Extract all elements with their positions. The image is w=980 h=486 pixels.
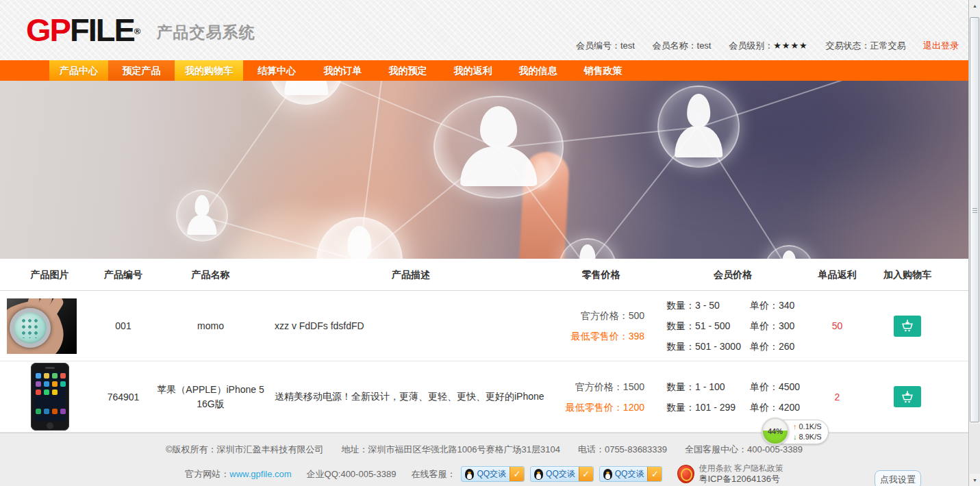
network-node-central <box>434 96 564 199</box>
add-to-cart-button[interactable] <box>894 316 921 337</box>
product-code: 001 <box>99 320 147 331</box>
registered-mark-icon: ® <box>134 26 141 36</box>
price-tier: 数量：3 - 50单价：340 <box>654 295 812 316</box>
nav-tab-settlement-center[interactable]: 结算中心 <box>243 60 310 81</box>
tier-qty: 数量：101 - 299 <box>666 397 750 418</box>
qq-chat-button[interactable]: QQ交谈✓ <box>461 466 525 482</box>
settings-button[interactable]: 点我设置 <box>875 470 921 486</box>
person-icon <box>270 81 342 103</box>
qq-penguin-icon <box>534 469 543 480</box>
hero-banner <box>0 81 968 259</box>
price-tier: 数量：101 - 299单价：4200 <box>654 397 812 418</box>
cart-icon <box>900 318 915 333</box>
nav-tab-reserve-products[interactable]: 预定产品 <box>108 60 175 81</box>
network-node <box>559 238 616 259</box>
network-node <box>316 217 403 259</box>
check-icon: ✓ <box>647 467 662 481</box>
product-name: 苹果（APPLE）iPhone 5 16G版 <box>147 383 274 411</box>
person-icon <box>177 191 227 240</box>
tier-price: 单价：340 <box>750 295 794 316</box>
member-name: 会员名称：test <box>653 40 712 51</box>
enterprise-qq-text: 企业QQ:400-005-3389 <box>307 468 397 481</box>
product-image[interactable] <box>7 298 77 354</box>
tier-price: 单价：260 <box>750 336 794 357</box>
tier-qty: 数量：51 - 500 <box>666 316 750 336</box>
phone-text: 电话：0755-83683339 <box>578 444 667 456</box>
lowest-retail-price: 最低零售价：398 <box>548 326 644 346</box>
col-header-product-code: 产品编号 <box>99 268 147 281</box>
tier-price: 单价：4500 <box>750 376 800 397</box>
logo-subtitle: 产品交易系统 <box>156 23 255 41</box>
network-node <box>657 86 740 168</box>
qq-penguin-icon <box>465 469 474 480</box>
check-icon: ✓ <box>579 467 593 481</box>
price-tier: 数量：501 - 3000单价：260 <box>654 336 812 357</box>
header: GPFILE® 产品交易系统 会员编号：test 会员名称：test 会员级别：… <box>0 0 968 60</box>
star-rating-icon: ★★★★ <box>773 40 808 51</box>
cart-icon <box>900 389 915 405</box>
scroll-thumb[interactable] <box>970 17 979 422</box>
product-image[interactable] <box>31 363 69 431</box>
network-node <box>268 81 344 105</box>
nav-tab-my-rebates[interactable]: 我的返利 <box>440 60 505 81</box>
col-header-product-desc: 产品描述 <box>274 268 548 281</box>
nav-tab-sales-policy[interactable]: 销售政策 <box>570 60 636 81</box>
member-info-bar: 会员编号：test 会员名称：test 会员级别：★★★★ 交易状态：正常交易 … <box>561 40 959 52</box>
product-code: 764901 <box>99 392 147 402</box>
background-blur-shape <box>582 81 938 218</box>
product-table: 产品图片 产品编号 产品名称 产品描述 零售价格 会员价格 单品返利 加入购物车 <box>0 259 968 433</box>
person-icon <box>318 218 401 259</box>
product-row: 001 momo xzz v FdDFs fdsfdFD 官方价格：500 最低… <box>0 291 968 361</box>
tier-price: 单价：4200 <box>750 397 800 418</box>
product-desc: xzz v FdDFs fdsfdFD <box>274 320 548 331</box>
scroll-track[interactable] <box>970 424 980 474</box>
person-icon <box>435 97 562 197</box>
product-desc: 送精美移动电源！全新设计，更薄、更轻、更快、更好的iPhone <box>274 391 548 403</box>
nav-tab-my-info[interactable]: 我的信息 <box>505 60 570 81</box>
trade-status: 交易状态：正常交易 <box>825 40 905 51</box>
official-site-label: 官方网站： <box>185 469 229 479</box>
rebate-value: 50 <box>812 320 863 331</box>
col-header-retail-price: 零售价格 <box>548 268 654 281</box>
nav-tab-my-cart[interactable]: 我的购物车 <box>175 60 243 81</box>
scroll-up-button[interactable]: ▲ <box>969 0 980 12</box>
logo-gp: GP <box>26 12 70 48</box>
gpfile-logo: GPFILE® 产品交易系统 <box>26 12 255 53</box>
official-site-link[interactable]: www.gpfile.com <box>229 469 291 479</box>
scroll-down-button[interactable]: ▼ <box>969 474 980 486</box>
nav-tab-product-center[interactable]: 产品中心 <box>49 60 108 81</box>
online-service-label: 在线客服： <box>411 468 455 481</box>
table-header-row: 产品图片 产品编号 产品名称 产品描述 零售价格 会员价格 单品返利 加入购物车 <box>0 259 968 291</box>
tier-qty: 数量：501 - 3000 <box>666 336 750 357</box>
battery-percent-gauge: 44% <box>762 418 789 445</box>
qq-chat-button[interactable]: QQ交谈✓ <box>530 466 594 482</box>
footer-line-2: 官方网站：www.gpfile.com 企业QQ:400-005-3389 在线… <box>0 463 968 485</box>
add-to-cart-button[interactable] <box>894 386 921 407</box>
official-price: 官方价格：1500 <box>548 376 644 397</box>
page: GPFILE® 产品交易系统 会员编号：test 会员名称：test 会员级别：… <box>0 0 980 486</box>
col-header-product-image: 产品图片 <box>0 268 99 281</box>
download-speed: 8.9K/S <box>799 433 822 441</box>
price-tier: 数量：51 - 500单价：300 <box>654 316 812 336</box>
col-header-product-name: 产品名称 <box>147 268 274 281</box>
nav-tab-my-orders[interactable]: 我的订单 <box>310 60 375 81</box>
price-tier: 数量：1 - 100单价：4500 <box>654 376 812 397</box>
tier-price: 单价：300 <box>750 316 794 336</box>
download-arrow-icon: ↓ <box>793 433 797 441</box>
upload-speed: 0.1K/S <box>799 422 822 431</box>
logo-file: FILE <box>70 12 134 48</box>
qq-chat-button[interactable]: QQ交谈✓ <box>599 466 663 482</box>
terms-text[interactable]: 使用条款 客户隐私政策 <box>699 463 783 473</box>
main-nav: 产品中心 预定产品 我的购物车 结算中心 我的订单 我的预定 我的返利 我的信息… <box>0 60 968 81</box>
logout-link[interactable]: 退出登录 <box>923 40 959 51</box>
tier-qty: 数量：3 - 50 <box>666 295 750 316</box>
icp-emblem-icon <box>677 465 694 483</box>
member-id: 会员编号：test <box>576 40 635 51</box>
network-speed-widget[interactable]: 44% ↑0.1K/S ↓8.9K/S <box>762 418 829 446</box>
copyright-text: ©版权所有：深圳市汇盈丰科技有限公司 <box>166 444 324 456</box>
vertical-scrollbar[interactable]: ▲ ▼ <box>968 0 980 486</box>
product-name: momo <box>147 320 274 331</box>
upload-arrow-icon: ↑ <box>793 422 797 431</box>
lowest-retail-price: 最低零售价：1200 <box>548 397 644 418</box>
nav-tab-my-reservations[interactable]: 我的预定 <box>375 60 440 81</box>
